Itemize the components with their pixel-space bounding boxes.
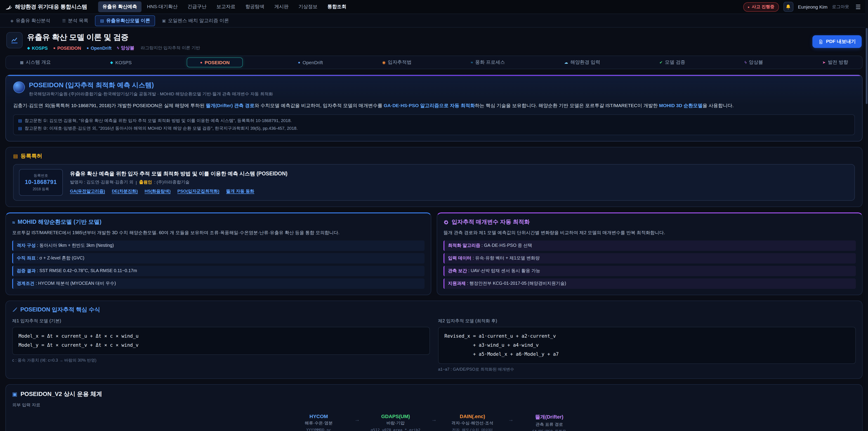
badge-opendrift: ●OpenDrift — [87, 45, 112, 51]
tab-label: POSEIDON — [205, 60, 230, 65]
ruler-formula-icon — [12, 307, 18, 313]
source-desc: 격자·수심·해안선·조석 — [446, 420, 499, 426]
nav-item-integrated-search[interactable]: 통합조회 — [323, 1, 351, 12]
patent-number: 10-1868791 — [25, 179, 57, 186]
nav-item-board[interactable]: 게시판 — [270, 1, 293, 12]
spec-label: 관측 보간 — [448, 268, 467, 273]
tag-drifter-link[interactable]: 뜰개 자동 동화 — [226, 189, 254, 194]
tag-hs-link[interactable]: HS(화음탐색) — [145, 189, 170, 194]
nav-item-weather[interactable]: 기상정보 — [294, 1, 322, 12]
badge-label: KOSPS — [32, 45, 48, 51]
patent-inventors: 발명자 : 김도연·김용혁·김충기 외 — [70, 180, 133, 186]
grid-icon: ▣ — [162, 18, 166, 23]
source-dain: DAIN(.enc) 격자·수심·해안선·조석 전자 해도/수치 데이터 — [446, 413, 499, 431]
dot-icon: ● — [298, 60, 300, 65]
tab-opendrift[interactable]: ●OpenDrift — [294, 57, 327, 67]
formula-model2-caption: a1~a7 : GA/DE/PSO로 최적화된 매개변수 — [438, 366, 856, 372]
patent-applicant-label: 출원인 — [139, 180, 152, 186]
list-icon: ☰ — [62, 18, 66, 23]
tab-ensemble[interactable]: ϟ앙상블 — [741, 57, 767, 68]
tab-system-overview[interactable]: ▦시스템 개요 — [16, 57, 55, 68]
body-text: 와 수치모델 예측값을 비교하여, 입자추적 모델의 매개변수를 — [254, 102, 384, 108]
check-icon: ✔ — [659, 60, 662, 65]
v2-inputs-label: 외부 입력 자료 — [12, 402, 856, 408]
theory-note: 라그랑지안 입자추적 이론 기반 — [141, 45, 200, 51]
tab-kosps[interactable]: ◆KOSPS — [106, 57, 135, 67]
poseidon-orb-icon — [13, 81, 25, 93]
tag-ga-link[interactable]: GA(유전알고리즘) — [70, 189, 105, 194]
incident-status-badge[interactable]: ● 사고 진행중 — [743, 2, 779, 11]
separator: : — [471, 255, 475, 260]
chart-icon: ▤ — [100, 18, 104, 23]
source-drifter: 뜰개(Drifter) 관측 표류 경로 GA/DE/PSO 동화용 — [523, 413, 576, 431]
body-text: 을 사용합니다. — [703, 102, 734, 108]
nav-item-emergency-rescue[interactable]: 긴급구난 — [183, 1, 211, 12]
subtab-oil-fence-theory[interactable]: ▣ 오일펜스 배치 알고리즘 이론 — [157, 15, 234, 26]
hamburger-menu-icon[interactable]: ☰ — [854, 3, 863, 10]
patent-number-label: 등록번호 — [25, 173, 57, 178]
nav-item-aerial-search[interactable]: 항공탐색 — [241, 1, 269, 12]
formula-model1: 제1 입자추적 모델 (기본) Model_x = Δt × current_u… — [12, 318, 430, 372]
tag-de-link[interactable]: DE(차분진화) — [112, 189, 138, 194]
tag-pso-link[interactable]: PSO(입자군집최적화) — [178, 189, 219, 194]
nav-item-hns-diffusion[interactable]: HNS·대기확산 — [143, 1, 182, 12]
tab-weathering-process[interactable]: ≈풍화 프로세스 — [467, 57, 509, 68]
spec-value: 동아시아 9km + 한반도 3km (Nesting) — [39, 243, 114, 248]
spec-row: 수직 좌표 : σ + Z-level 혼합 (GVC) — [12, 253, 425, 264]
source-file: YYYYMMDD.nc — [292, 427, 345, 431]
badge-poseidon: ●POSEIDON — [53, 45, 81, 51]
subtab-model-theory[interactable]: ▤ 유출유확산모델 이론 — [95, 15, 155, 26]
tab-label: OpenDrift — [303, 60, 323, 65]
arrow-icon: → — [354, 416, 360, 423]
topbar-right: ● 사고 진행중 Eunjeong Kim 로그아웃 ☰ — [743, 2, 863, 12]
spec-label: 격자 구성 — [17, 243, 36, 248]
mohid-card: ≈ MOHID 해양순환모델 (기반 모델) 포르투갈 IST/MARETEC에… — [5, 213, 431, 295]
incident-label: 사고 진행중 — [752, 4, 774, 10]
source-name: 뜰개(Drifter) — [523, 413, 576, 420]
document-download-icon — [818, 39, 823, 44]
tab-label: KOSPS — [115, 60, 131, 65]
formula-model1-label: 제1 입자추적 모델 (기본) — [12, 318, 430, 324]
bolt-icon: ϟ — [745, 60, 747, 65]
v2-data-sources: HYCOM 해류·수온·염분 YYYYMMDD.nc → GDAPS(UM) 바… — [12, 413, 856, 431]
scrollbar-thumb[interactable] — [866, 28, 868, 104]
notifications-button[interactable] — [783, 2, 794, 12]
optimization-spec-rows: 최적화 알고리즘 : GA·DE·HS·PSO 중 선택 입력 데이터 : 유속… — [443, 241, 856, 289]
reference-text: 참고문헌 ①: 김도연·김용혁, "유출유 확산 예측을 위한 입자 추적 모델… — [25, 118, 291, 124]
badge-label: OpenDrift — [91, 45, 112, 51]
bell-icon — [785, 4, 792, 10]
source-desc: 해류·수온·염분 — [292, 420, 345, 426]
spec-label: 경계조건 — [17, 281, 34, 286]
optimization-header: 입자추적 매개변수 자동 최적화 — [443, 219, 856, 226]
user-name[interactable]: Eunjeong Kim — [798, 4, 828, 9]
book-icon: ▤ — [18, 126, 22, 131]
nav-item-oil-spill-prediction[interactable]: 유출유 확산예측 — [98, 1, 142, 12]
mohid-header: ≈ MOHID 해양순환모델 (기반 모델) — [12, 219, 425, 226]
separator: : — [36, 255, 39, 260]
app-logo[interactable]: 해양환경 위기대응 통합시스템 — [5, 3, 87, 11]
nav-item-reports[interactable]: 보고자료 — [212, 1, 240, 12]
poseidon-subheading: 한국해양과학기술원·(주)아라종합기술·한국해양기상기술 공동개발 · MOHI… — [29, 91, 273, 97]
spec-label: 입력 데이터 — [448, 255, 471, 260]
page-title-block: 유출유 확산 모델 이론 및 검증 ◆KOSPS ●POSEIDON ●Open… — [27, 32, 200, 51]
spec-value: HYCOM 재분석 (MYOCEAN 대비 우수) — [38, 281, 116, 286]
logout-button[interactable]: 로그아웃 — [832, 4, 849, 10]
subtab-analysis-list[interactable]: ☰ 분석 목록 — [57, 15, 93, 26]
tab-model-validation[interactable]: ✔모델 검증 — [655, 57, 689, 68]
tab-future-direction[interactable]: ➤발전 방향 — [818, 57, 852, 68]
spec-value: UAV·선박 탑재 센서 동시 활용 가능 — [471, 268, 540, 273]
body-text: 김충기·김도연 외(등록특허 10-1868791, 2018)가 개발한 PO… — [13, 102, 206, 108]
tab-particle-tracking[interactable]: ◉입자추적법 — [378, 57, 416, 68]
patent-number-box: 등록번호 10-1868791 2018 등록 — [19, 169, 63, 196]
top-navbar: 해양환경 위기대응 통합시스템 유출유 확산예측 HNS·대기확산 긴급구난 보… — [0, 0, 868, 14]
spec-value: GA·DE·HS·PSO 중 선택 — [484, 243, 532, 248]
tab-poseidon[interactable]: ●POSEIDON — [187, 57, 243, 67]
poseidon-intro-header: POSEIDON (입자추적 최적화 예측 시스템) 한국해양과학기술원·(주)… — [13, 81, 855, 97]
patent-title: 유출유 확산 예측을 위한 입자 추적 모델 최적화 방법 및 이를 이용한 예… — [70, 171, 287, 177]
pdf-export-button[interactable]: PDF 내보내기 — [812, 35, 862, 48]
cloud-icon: ☁ — [564, 60, 568, 65]
gear-icon — [443, 220, 449, 225]
tab-marine-env-input[interactable]: ☁해양환경 입력 — [560, 57, 604, 68]
subtab-diffusion-analysis[interactable]: ◈ 유출유 확산분석 — [5, 15, 55, 26]
incident-dot-icon: ● — [747, 5, 749, 8]
